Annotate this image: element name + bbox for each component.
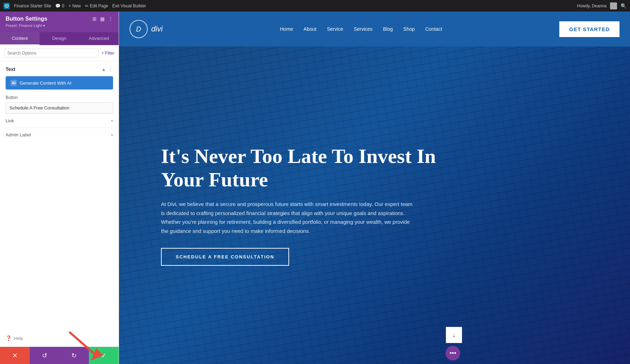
ai-icon: AI — [10, 80, 17, 86]
comment-count: 0 — [62, 3, 64, 8]
panel-content: Text ▲ ⋮ AI Generate Content With AI But… — [0, 62, 119, 330]
left-panel: Button Settings ⊞ ▦ ⋮ Preset: Finance Li… — [0, 12, 119, 364]
admin-label-section: Admin Label ▾ — [6, 128, 113, 142]
link-chevron-icon: ▾ — [111, 119, 113, 123]
site-name-btn[interactable]: Finance Starter Site — [14, 3, 51, 8]
hero-content: It's Never Too Late To Invest In Your Fu… — [161, 124, 448, 287]
ellipsis-icon: ••• — [450, 350, 456, 357]
button-field-label: Button — [6, 95, 113, 100]
text-section-title: Text — [6, 66, 15, 72]
help-section[interactable]: ❓ Help — [0, 330, 119, 347]
logo-text: divi — [151, 24, 163, 34]
get-started-button[interactable]: GET STARTED — [559, 21, 620, 37]
comment-icon: 💬 — [55, 3, 61, 8]
edit-page-btn[interactable]: ✏ Edit Page — [85, 3, 108, 8]
tab-advanced[interactable]: Advanced — [79, 32, 119, 45]
panel-header: Button Settings ⊞ ▦ ⋮ Preset: Finance Li… — [0, 12, 119, 32]
nav-about[interactable]: About — [303, 26, 316, 32]
generate-ai-button[interactable]: AI Generate Content With AI — [6, 76, 113, 90]
admin-bar-right: Howdy, Deanna 🔍 — [577, 2, 627, 9]
responsive-icon[interactable]: ⊞ — [92, 16, 97, 22]
divi-options-button[interactable]: ••• — [446, 346, 460, 361]
tab-content[interactable]: Content — [0, 32, 40, 45]
text-section-header: Text ▲ ⋮ — [6, 66, 113, 72]
panel-title-row: Button Settings ⊞ ▦ ⋮ — [6, 16, 113, 22]
help-icon: ❓ — [6, 335, 12, 341]
admin-bar-left: Finance Starter Site 💬 0 + New ✏ Edit Pa… — [4, 3, 572, 9]
section-header-controls: ▲ ⋮ — [101, 66, 113, 72]
admin-label-header[interactable]: Admin Label ▾ — [6, 132, 113, 137]
collapse-icon[interactable]: ▲ — [101, 66, 106, 72]
more-icon[interactable]: ⋮ — [108, 16, 113, 22]
howdy-label: Howdy, Deanna — [577, 3, 607, 8]
panel-header-icons: ⊞ ▦ ⋮ — [92, 16, 113, 22]
new-btn[interactable]: + New — [69, 3, 81, 8]
layout-icon[interactable]: ▦ — [100, 16, 105, 22]
hero-section: It's Never Too Late To Invest In Your Fu… — [119, 47, 630, 364]
panel-title: Button Settings — [6, 16, 47, 22]
panel-tabs: Content Design Advanced — [0, 32, 119, 45]
button-text-input[interactable] — [6, 102, 113, 114]
plus-icon: + — [69, 3, 71, 8]
pencil-icon: ✏ — [85, 3, 89, 8]
nav-blog[interactable]: Blog — [383, 26, 393, 32]
hero-cta-button[interactable]: SCHEDULE A FREE CONSULTATION — [161, 248, 289, 266]
save-button[interactable]: ✓ — [89, 347, 119, 364]
cancel-button[interactable]: ✕ — [0, 347, 30, 364]
exit-builder-btn[interactable]: Exit Visual Builder — [112, 3, 146, 8]
avatar[interactable] — [610, 2, 617, 9]
scroll-down-button[interactable]: ↓ — [446, 327, 462, 343]
section-menu-icon[interactable]: ⋮ — [108, 66, 113, 72]
new-label: New — [72, 3, 81, 8]
exit-builder-label: Exit Visual Builder — [112, 3, 146, 8]
nav-shop[interactable]: Shop — [403, 26, 415, 32]
admin-bar: Finance Starter Site 💬 0 + New ✏ Edit Pa… — [0, 0, 630, 12]
admin-search-icon[interactable]: 🔍 — [621, 3, 626, 9]
button-field-group: Button — [6, 95, 113, 114]
site-logo: D divi — [130, 20, 163, 38]
search-options-input[interactable] — [4, 49, 99, 58]
preview-area: D divi Home About Service Services Blog … — [119, 12, 630, 364]
site-nav: Home About Service Services Blog Shop Co… — [280, 26, 442, 32]
link-section-title: Link — [6, 118, 14, 123]
nav-contact[interactable]: Contact — [425, 26, 442, 32]
admin-label-chevron-icon: ▾ — [111, 133, 113, 137]
wordpress-icon-btn[interactable] — [4, 3, 10, 9]
admin-label-title: Admin Label — [6, 132, 31, 137]
site-header: D divi Home About Service Services Blog … — [119, 12, 630, 47]
tab-design[interactable]: Design — [40, 32, 79, 45]
nav-services[interactable]: Services — [354, 26, 373, 32]
comments-btn[interactable]: 💬 0 — [55, 3, 64, 8]
bottom-toolbar: ✕ ↺ ↻ ✓ — [0, 347, 119, 364]
hero-title: It's Never Too Late To Invest In Your Fu… — [161, 145, 448, 191]
preset-label[interactable]: Preset: Finance Light ▾ — [6, 23, 113, 28]
site-name-label: Finance Starter Site — [14, 3, 51, 8]
main-layout: Button Settings ⊞ ▦ ⋮ Preset: Finance Li… — [0, 12, 630, 364]
nav-home[interactable]: Home — [280, 26, 293, 32]
logo-circle: D — [130, 20, 148, 38]
help-label: Help — [14, 336, 23, 341]
ai-button-label: Generate Content With AI — [20, 80, 71, 86]
hero-subtitle: At Divi, we believe that a secure and pr… — [161, 200, 413, 235]
wordpress-logo — [4, 3, 10, 9]
redo-button[interactable]: ↻ — [59, 347, 89, 364]
nav-service[interactable]: Service — [327, 26, 343, 32]
link-section: Link ▾ — [6, 114, 113, 128]
link-section-header[interactable]: Link ▾ — [6, 118, 113, 123]
search-row: + Filter — [0, 45, 119, 62]
filter-btn[interactable]: + Filter — [102, 51, 114, 56]
edit-page-label: Edit Page — [90, 3, 108, 8]
down-arrow-icon: ↓ — [453, 331, 456, 339]
undo-button[interactable]: ↺ — [30, 347, 59, 364]
